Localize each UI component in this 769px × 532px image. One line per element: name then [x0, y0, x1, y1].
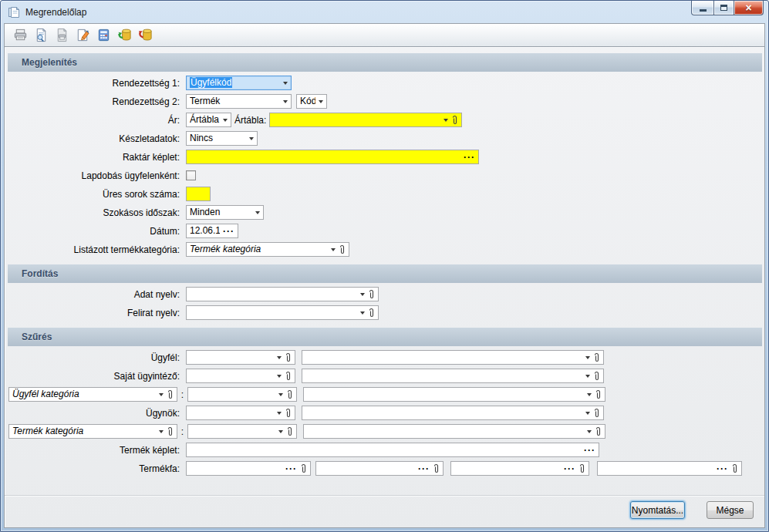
chevron-down-icon — [277, 412, 282, 415]
raktar-keplet-label: Raktár képlet: — [7, 152, 186, 163]
paperclip-icon — [167, 426, 174, 437]
section-header-szures: Szűrés — [8, 328, 762, 346]
database-export-button[interactable] — [136, 25, 155, 45]
chevron-down-icon — [223, 119, 228, 122]
artabla-combobox[interactable] — [269, 113, 462, 127]
cancel-button[interactable]: Mégse — [707, 501, 754, 519]
print-confirm-button[interactable]: Nyomtatás... — [630, 501, 685, 519]
section-title: Megjelenítés — [22, 57, 77, 68]
paperclip-icon — [167, 389, 174, 400]
restore-button[interactable] — [713, 1, 734, 15]
szokasos-idoszak-label: Szokásos időszak: — [7, 207, 186, 218]
quick-print-button[interactable] — [52, 25, 72, 45]
minimize-icon — [700, 9, 707, 12]
edit-button[interactable] — [73, 25, 93, 45]
ar-combobox[interactable]: Ártábla — [186, 113, 231, 127]
termekfa-field-4[interactable]: ··· — [597, 461, 742, 476]
section-header-megjelenites: Megjelenítés — [8, 53, 762, 72]
ugyfel-kategoria-combobox[interactable]: Ügyfél kategória — [8, 387, 177, 402]
ures-sorok-field[interactable] — [186, 187, 211, 201]
ellipsis-button[interactable]: ··· — [717, 465, 728, 473]
termekfa-field-1[interactable]: ··· — [186, 461, 311, 476]
datum-field[interactable]: 12.06.14. ··· — [186, 224, 238, 238]
termek-kategoria-combobox-2[interactable] — [303, 424, 605, 439]
toolbar — [4, 23, 765, 47]
table-button[interactable] — [94, 25, 113, 45]
section-title: Fordítás — [22, 268, 58, 279]
paperclip-icon — [300, 463, 307, 474]
ellipsis-button[interactable]: ··· — [564, 465, 575, 473]
adat-nyelv-combobox[interactable] — [186, 287, 379, 301]
database-import-button[interactable] — [115, 25, 134, 45]
chevron-down-icon — [585, 412, 590, 415]
footer: Nyomtatás... Mégse — [5, 495, 764, 527]
rendezettseg2-label: Rendezettség 2: — [7, 96, 186, 107]
ellipsis-button[interactable]: ··· — [223, 227, 234, 235]
row-adat-nyelv: Adat nyelv: — [5, 287, 764, 301]
row-ar: Ár: Ártábla Ártábla: — [5, 113, 764, 127]
section-title: Szűrés — [22, 332, 52, 342]
paperclip-icon — [433, 463, 440, 474]
ugynok-combobox-1[interactable] — [186, 406, 295, 420]
selected-text: Ügyfélkód — [190, 77, 232, 88]
titlebar[interactable]: Megrendelőlap × — [1, 1, 768, 23]
print-preview-icon — [34, 28, 49, 42]
row-listazott-termekkategoria: Listázott termékkategória: Termék kategó… — [5, 242, 764, 257]
ugyfel-combobox-1[interactable] — [186, 350, 295, 365]
ellipsis-button[interactable]: ··· — [464, 153, 475, 161]
paperclip-icon — [593, 352, 600, 363]
termekfa-field-3[interactable]: ··· — [450, 461, 589, 476]
ugyfel-combobox-2[interactable] — [302, 350, 604, 365]
ugyfel-kategoria-combobox-2[interactable] — [303, 387, 605, 402]
paperclip-icon — [286, 389, 293, 400]
paperclip-icon — [593, 371, 600, 382]
keszletadatok-combobox[interactable]: Nincs — [186, 131, 258, 146]
rendezettseg1-combobox[interactable]: Ügyfélkód — [186, 76, 292, 90]
row-termekfa: Termékfa: ··· ··· ··· ··· — [5, 461, 764, 476]
chevron-down-icon — [360, 311, 365, 315]
sajat-ugyintezo-combobox-1[interactable] — [186, 369, 295, 383]
print-preview-button[interactable] — [32, 25, 51, 45]
section-header-forditas: Fordítás — [8, 264, 762, 283]
rendezettseg2-combobox[interactable]: Termék — [186, 94, 292, 109]
raktar-keplet-field[interactable]: ··· — [186, 150, 479, 164]
termekfa-field-2[interactable]: ··· — [315, 461, 444, 476]
print-button[interactable] — [11, 25, 30, 45]
termek-keplet-field[interactable]: ··· — [186, 443, 599, 457]
felirat-nyelv-combobox[interactable] — [186, 305, 379, 320]
paperclip-icon — [451, 115, 458, 126]
ugyfel-kategoria-combobox-1[interactable] — [187, 387, 297, 402]
row-rendezettseg-1: Rendezettség 1: Ügyfélkód — [5, 76, 764, 90]
paperclip-icon — [339, 244, 346, 255]
szokasos-idoszak-combobox[interactable]: Minden — [186, 205, 264, 220]
ellipsis-button[interactable]: ··· — [418, 465, 430, 473]
termek-keplet-label: Termék képlet: — [7, 445, 186, 456]
sajat-ugyintezo-combobox-2[interactable] — [302, 369, 604, 383]
chevron-down-icon — [278, 430, 283, 433]
restore-icon — [720, 5, 727, 11]
paperclip-icon — [368, 289, 375, 300]
termek-kategoria-combobox[interactable]: Termék kategória — [8, 424, 177, 439]
termek-kategoria-combobox-1[interactable] — [187, 424, 297, 439]
minimize-button[interactable] — [691, 1, 714, 15]
ugyfel-label: Ügyfél: — [7, 352, 186, 363]
ures-sorok-label: Üres sorok száma: — [7, 189, 186, 200]
chevron-down-icon — [331, 248, 336, 251]
row-ugynok: Ügynök: — [5, 406, 764, 420]
listazott-combobox[interactable]: Termék kategória — [186, 242, 349, 257]
ellipsis-button[interactable]: ··· — [584, 446, 595, 454]
paperclip-icon — [285, 408, 292, 419]
ellipsis-button[interactable]: ··· — [285, 465, 297, 473]
chevron-down-icon — [283, 100, 288, 103]
chevron-down-icon — [159, 393, 164, 396]
lapdobas-checkbox[interactable] — [186, 170, 196, 180]
row-ugyfel: Ügyfél: — [5, 350, 764, 365]
row-rendezettseg-2: Rendezettség 2: Termék Kód — [5, 94, 764, 109]
kod-combobox[interactable]: Kód — [296, 94, 327, 109]
window-controls: × — [691, 1, 764, 15]
quick-print-icon — [55, 28, 69, 42]
paperclip-icon — [578, 463, 585, 474]
close-icon: × — [745, 2, 751, 13]
close-button[interactable]: × — [734, 1, 764, 15]
ugynok-combobox-2[interactable] — [302, 406, 604, 420]
